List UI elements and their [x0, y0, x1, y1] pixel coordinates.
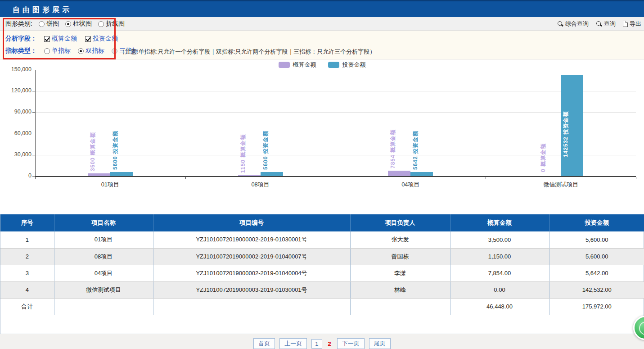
table-cell: 142,532.00	[549, 281, 644, 298]
table-cell: 2	[0, 248, 54, 265]
column-header-项目编号: 项目编号	[153, 214, 350, 231]
column-header-项目名称: 项目名称	[54, 214, 153, 231]
data-table-container: 序号项目名称项目编号项目负责人概算金额投资金额101项目YZJ101007201…	[0, 214, 644, 334]
column-header-序号: 序号	[0, 214, 54, 231]
pagination-1[interactable]: 1	[311, 339, 322, 349]
y-axis-label: 90,000	[0, 109, 32, 115]
pagination-上一页[interactable]: 上一页	[279, 338, 307, 349]
table-cell: YZJ1010072019000003-2019-01030001号	[153, 281, 350, 298]
chart-type-radio-折线图[interactable]: 折线图	[98, 20, 125, 28]
radio-icon	[112, 48, 117, 54]
analysis-fields-label: 分析字段：	[5, 35, 37, 43]
chart-type-radio-label: 饼图	[46, 20, 59, 28]
table-cell: 3	[0, 265, 54, 281]
total-cell	[54, 298, 153, 315]
legend-label: 概算金额	[293, 61, 316, 69]
analysis-fields-row: 分析字段： 概算金额投资金额	[5, 35, 118, 43]
y-axis-label: 30,000	[0, 151, 32, 158]
table-cell: 04项目	[54, 265, 153, 281]
pagination-下一页[interactable]: 下一页	[337, 338, 365, 349]
table-row: 101项目YZJ1010072019000002-2019-01030001号张…	[0, 231, 644, 248]
chart-type-radio-柱状图[interactable]: 柱状图	[65, 20, 92, 28]
table-cell: 5,600.00	[549, 248, 644, 265]
table-cell: 林峰	[350, 281, 450, 298]
column-header-概算金额: 概算金额	[450, 214, 549, 231]
x-axis-tick	[185, 177, 186, 179]
action-label: 综合查询	[565, 20, 589, 28]
legend-swatch	[328, 62, 339, 68]
indicator-type-label: 单指标	[52, 47, 71, 55]
bar-value-label: 142532 投资金额	[563, 111, 569, 157]
table-cell: 李潇	[350, 265, 450, 281]
bar-value-label: 5600 投资金额	[262, 131, 269, 170]
analysis-field-checkbox-投资金额[interactable]: 投资金额	[85, 35, 118, 43]
legend-item-投资金额: 投资金额	[328, 61, 366, 69]
indicator-type-label: 双指标	[86, 47, 104, 55]
x-axis-tick	[336, 177, 336, 179]
pagination-current-page: 2	[327, 340, 333, 348]
indicator-type-radio-单指标[interactable]: 单指标	[44, 47, 71, 55]
table-cell: YZJ1010072019000002-2019-01040004号	[153, 265, 350, 281]
footer-bar: 首页上一页12下一页尾页	[0, 334, 644, 349]
analysis-field-checkboxes: 概算金额投资金额	[44, 35, 118, 43]
column-header-投资金额: 投资金额	[549, 214, 644, 231]
pagination-尾页[interactable]: 尾页	[369, 338, 391, 349]
page-header: 自由图形展示	[0, 0, 644, 17]
table-cell: 1	[0, 231, 54, 248]
radio-icon	[39, 21, 45, 27]
total-cell	[350, 298, 450, 315]
table-cell: 5,600.00	[549, 231, 644, 248]
chart-type-radio-饼图[interactable]: 饼图	[39, 20, 59, 28]
table-cell: 1,150.00	[450, 248, 549, 265]
radio-icon	[44, 48, 50, 54]
search-icon	[596, 21, 602, 27]
x-axis-tick	[486, 177, 486, 179]
indicator-type-radio-双指标[interactable]: 双指标	[78, 47, 104, 55]
chart-type-label: 图形类别:	[5, 20, 32, 28]
column-header-项目负责人: 项目负责人	[350, 214, 450, 231]
chart-bar-投资金额	[410, 172, 433, 176]
action-查询[interactable]: 查询	[596, 20, 616, 28]
bar-chart: 概算金额投资金额 030,00060,00090,000120,000150,0…	[0, 60, 644, 214]
y-axis-label: 150,000	[0, 66, 32, 73]
table-cell: 微信测试项目	[54, 281, 153, 298]
x-category-label: 01项目	[101, 181, 119, 189]
y-axis-line	[35, 70, 36, 176]
bar-value-label: 7854 概算金额	[390, 129, 396, 168]
options-panel: 分析字段： 概算金额投资金额 指标类型： 单指标双指标三指标 （注意:单指标:只…	[0, 31, 644, 60]
x-category-label: 08项目	[251, 181, 269, 189]
chart-bar-投资金额	[261, 172, 283, 176]
action-导出[interactable]: 导出	[623, 20, 641, 28]
usage-note: （注意:单指标:只允许一个分析字段｜双指标:只允许两个分析字段｜三指标：只允许三…	[119, 48, 375, 56]
table-cell: 3,500.00	[450, 231, 549, 248]
table-total-row: 合计46,448.00175,972.00	[0, 298, 644, 315]
table-cell: 7,854.00	[450, 265, 549, 281]
checkbox-icon	[44, 36, 50, 42]
table-cell: 张大发	[350, 231, 450, 248]
table-cell: 4	[0, 281, 54, 298]
action-综合查询[interactable]: 综合查询	[557, 20, 589, 28]
action-label: 导出	[630, 20, 641, 28]
chart-legend: 概算金额投资金额	[0, 61, 644, 69]
table-cell: 0.00	[450, 281, 549, 298]
chart-type-radio-label: 柱状图	[73, 20, 92, 28]
chart-bar-概算金额	[88, 173, 110, 176]
radio-icon	[78, 48, 84, 54]
analysis-field-checkbox-概算金额[interactable]: 概算金额	[44, 35, 77, 43]
chart-bar-投资金额	[110, 172, 133, 176]
table-cell: 曾国栋	[350, 248, 450, 265]
pagination-首页[interactable]: 首页	[253, 338, 275, 349]
search-icon	[557, 21, 563, 27]
x-category-label: 04项目	[401, 181, 419, 189]
app-window: 自由图形展示 图形类别: 饼图柱状图折线图 综合查询查询导出 分析字段： 概算金…	[0, 0, 644, 349]
total-cell: 175,972.00	[549, 298, 644, 315]
bar-value-label: 1150 概算金额	[240, 134, 246, 173]
table-header-row: 序号项目名称项目编号项目负责人概算金额投资金额	[0, 214, 644, 231]
bar-value-label: 5642 投资金额	[412, 131, 419, 170]
chart-gridline	[35, 134, 636, 134]
legend-swatch	[279, 62, 290, 68]
y-axis-label: 0	[0, 172, 32, 179]
chart-gridline	[35, 91, 636, 91]
toolbar: 图形类别: 饼图柱状图折线图 综合查询查询导出	[0, 17, 644, 31]
x-axis-tick	[636, 177, 636, 179]
